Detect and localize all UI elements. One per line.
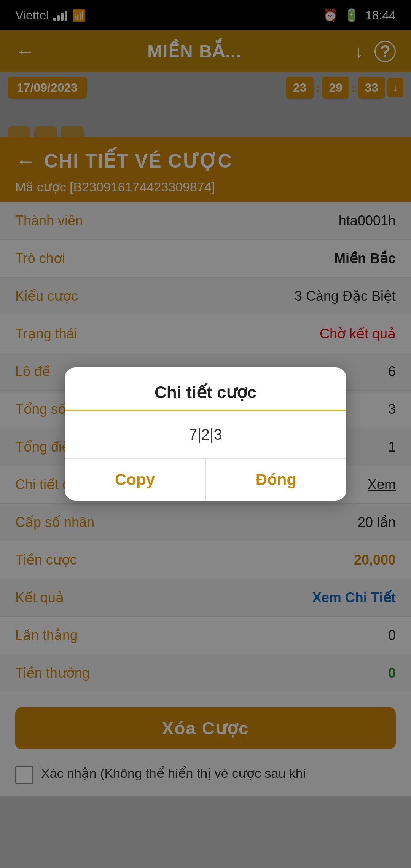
modal-content: 7|2|3: [65, 411, 346, 459]
modal-overlay: Chi tiết cược 7|2|3 Copy Đóng: [0, 0, 411, 868]
modal-title: Chi tiết cược: [80, 383, 331, 402]
close-button[interactable]: Đóng: [206, 459, 346, 501]
copy-button[interactable]: Copy: [65, 459, 205, 501]
modal-box: Chi tiết cược 7|2|3 Copy Đóng: [65, 367, 346, 501]
copy-button-label: Copy: [115, 471, 155, 489]
close-button-label: Đóng: [256, 471, 296, 489]
modal-actions: Copy Đóng: [65, 459, 346, 501]
modal-header: Chi tiết cược: [65, 367, 346, 402]
